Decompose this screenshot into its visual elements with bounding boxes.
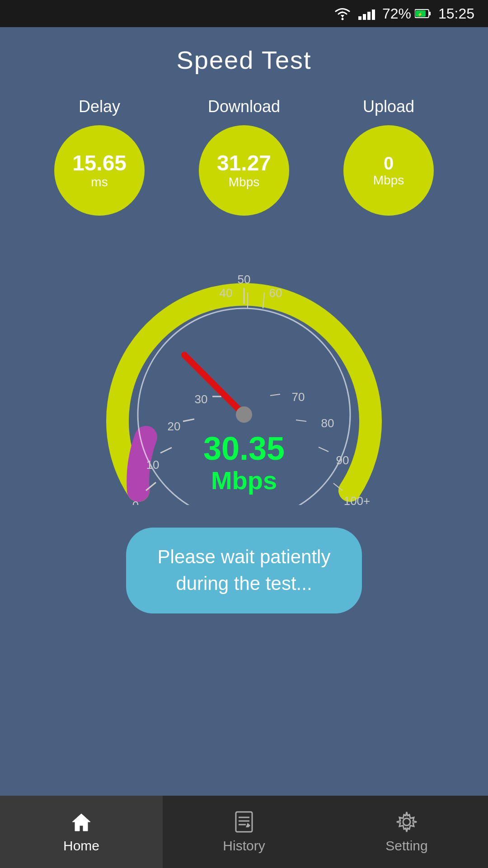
svg-text:⚡: ⚡ — [418, 12, 423, 17]
svg-text:10: 10 — [146, 458, 160, 472]
svg-line-29 — [184, 355, 244, 415]
svg-text:20: 20 — [168, 420, 181, 433]
nav-setting[interactable]: Setting — [325, 796, 488, 868]
history-icon — [232, 810, 256, 834]
svg-text:50: 50 — [238, 273, 251, 286]
battery-icon: ⚡ — [415, 9, 431, 19]
metrics-row: Delay 15.65 ms Download 31.27 Mbps Uploa… — [0, 97, 488, 216]
speedometer: 0 10 20 30 40 50 60 70 80 — [86, 243, 402, 505]
svg-text:30: 30 — [195, 392, 208, 406]
svg-text:100+: 100+ — [344, 494, 371, 505]
home-icon — [70, 810, 93, 834]
delay-circle: 15.65 ms — [54, 125, 145, 216]
svg-text:30.35: 30.35 — [203, 430, 285, 467]
svg-point-0 — [341, 18, 343, 20]
svg-line-23 — [296, 420, 306, 421]
settings-icon — [395, 810, 418, 834]
download-value: 31.27 — [217, 151, 271, 175]
delay-value: 15.65 — [72, 151, 127, 175]
upload-value: 0 — [384, 153, 394, 173]
delay-label: Delay — [79, 97, 120, 116]
status-bar: ↓ 72% ⚡ 15:25 — [0, 0, 488, 27]
status-icons: ↓ 72% ⚡ 15:25 — [334, 5, 474, 22]
svg-line-21 — [270, 394, 280, 396]
svg-text:Mbps: Mbps — [211, 466, 277, 495]
svg-point-37 — [403, 818, 410, 826]
main-content: Speed Test Delay 15.65 ms Download 31.27… — [0, 27, 488, 796]
wifi-icon: ↓ — [334, 7, 351, 20]
delay-metric: Delay 15.65 ms — [54, 97, 145, 216]
svg-text:70: 70 — [292, 390, 305, 404]
svg-rect-3 — [429, 12, 431, 15]
download-label: Download — [208, 97, 280, 116]
upload-circle: 0 Mbps — [343, 125, 434, 216]
wait-message: Please wait patiently during the test... — [126, 528, 362, 613]
download-circle: 31.27 Mbps — [199, 125, 289, 216]
download-unit: Mbps — [229, 175, 259, 189]
wait-line2: during the test... — [176, 573, 312, 594]
battery-indicator: 72% ⚡ — [382, 5, 431, 22]
page-title: Speed Test — [176, 45, 311, 75]
nav-setting-label: Setting — [385, 838, 427, 854]
nav-history-label: History — [223, 838, 265, 854]
nav-history[interactable]: History — [163, 796, 325, 868]
svg-line-11 — [183, 419, 194, 421]
svg-point-30 — [236, 406, 252, 423]
svg-text:80: 80 — [321, 416, 334, 430]
speedometer-svg: 0 10 20 30 40 50 60 70 80 — [86, 243, 402, 505]
nav-home-label: Home — [63, 838, 99, 854]
upload-metric: Upload 0 Mbps — [343, 97, 434, 216]
svg-line-9 — [160, 448, 172, 453]
svg-line-25 — [319, 447, 328, 452]
nav-home[interactable]: Home — [0, 796, 163, 868]
bottom-nav: Home History Setting — [0, 796, 488, 868]
status-time: 15:25 — [438, 5, 474, 22]
wait-line1: Please wait patiently — [158, 546, 331, 567]
svg-text:40: 40 — [220, 286, 233, 300]
delay-unit: ms — [91, 175, 108, 189]
upload-label: Upload — [363, 97, 414, 116]
svg-text:↓: ↓ — [341, 9, 343, 14]
battery-percent: 72% — [382, 5, 411, 22]
signal-bars — [358, 7, 375, 20]
upload-unit: Mbps — [373, 173, 404, 188]
svg-text:60: 60 — [269, 286, 282, 300]
svg-rect-33 — [236, 812, 252, 832]
download-metric: Download 31.27 Mbps — [199, 97, 289, 216]
svg-text:0: 0 — [132, 499, 139, 505]
svg-text:90: 90 — [336, 453, 349, 467]
